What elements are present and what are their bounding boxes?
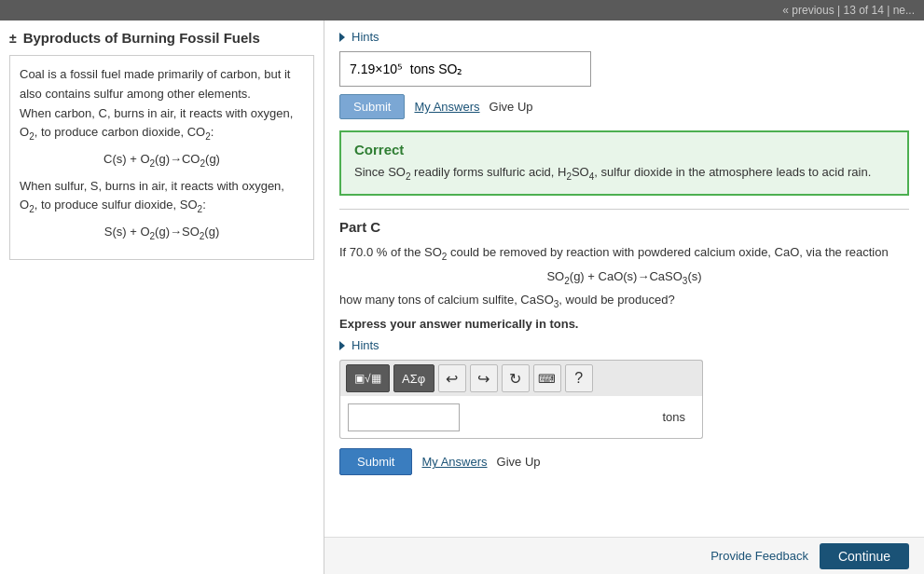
part-c-submit-button[interactable]: Submit xyxy=(339,448,412,475)
redo-button[interactable]: ↪ xyxy=(470,364,498,392)
page-footer: Provide Feedback Continue xyxy=(324,537,924,574)
undo-button[interactable]: ↩ xyxy=(438,364,466,392)
sidebar-eq2: S(s) + O2(g)→SO2(g) xyxy=(20,223,304,244)
hints-chevron-c-icon xyxy=(339,341,345,350)
part-c-text2: how many tons of calcium sulfite, CaSO3,… xyxy=(339,290,909,312)
hints-label-c: Hints xyxy=(352,338,379,352)
part-c-label: Part C xyxy=(339,219,909,235)
refresh-button[interactable]: ↻ xyxy=(502,364,530,392)
hints-link-part-b[interactable]: Hints xyxy=(339,30,909,44)
sidebar-para1: Coal is a fossil fuel made primarily of … xyxy=(20,65,304,144)
correct-title: Correct xyxy=(354,142,894,157)
math-toolbar: ▣√▦ ΑΣφ ↩ ↪ ↻ ⌨ ? xyxy=(339,360,703,396)
part-c-buttons-row: Submit My Answers Give Up xyxy=(339,448,909,475)
part-b-my-answers-button[interactable]: My Answers xyxy=(414,100,479,114)
sidebar-title: ± Byproducts of Burning Fossil Fuels xyxy=(9,30,314,46)
provide-feedback-link[interactable]: Provide Feedback xyxy=(710,549,808,563)
part-b-answer-row xyxy=(339,51,909,87)
part-c-answer-input[interactable] xyxy=(348,403,460,431)
part-c-equation: SO2(g) + CaO(s)→CaSO3(s) xyxy=(339,269,909,286)
correct-text: Since SO2 readily forms sulfuric acid, H… xyxy=(354,163,894,184)
hints-label-b: Hints xyxy=(352,30,379,44)
part-c-unit-label: tons xyxy=(662,410,685,424)
hints-link-part-c[interactable]: Hints xyxy=(339,338,909,352)
main-content: Hints Submit My Answers Give Up Correct … xyxy=(324,20,924,574)
part-c-text1: If 70.0 % of the SO2 could be removed by… xyxy=(339,242,909,265)
correct-feedback-box: Correct Since SO2 readily forms sulfuric… xyxy=(339,130,909,196)
math-formula-icon: ▣√▦ xyxy=(354,372,381,385)
keyboard-button[interactable]: ⌨ xyxy=(533,364,561,392)
express-answer-label: Express your answer numerically in tons. xyxy=(339,317,909,331)
nav-text: « previous | 13 of 14 | ne... xyxy=(782,4,915,17)
part-b-answer-input[interactable] xyxy=(339,51,591,87)
top-navigation-bar: « previous | 13 of 14 | ne... xyxy=(0,0,924,20)
part-b-submit-button[interactable]: Submit xyxy=(339,94,405,119)
sidebar-content-box: Coal is a fossil fuel made primarily of … xyxy=(9,55,314,260)
part-b-give-up-button[interactable]: Give Up xyxy=(490,100,533,114)
math-symbols-icon: ΑΣφ xyxy=(402,372,425,386)
sidebar-eq1: C(s) + O2(g)→CO2(g) xyxy=(20,150,304,171)
sidebar-para2: When sulfur, S, burns in air, it reacts … xyxy=(20,177,304,217)
part-c-my-answers-button[interactable]: My Answers xyxy=(421,455,487,469)
sidebar: ± Byproducts of Burning Fossil Fuels Coa… xyxy=(0,20,324,574)
math-formula-button[interactable]: ▣√▦ xyxy=(346,364,390,392)
math-input-area: tons xyxy=(339,396,703,439)
math-symbols-button[interactable]: ΑΣφ xyxy=(393,364,434,392)
pm-icon: ± xyxy=(9,31,17,46)
help-button[interactable]: ? xyxy=(565,364,593,392)
part-c-give-up-button[interactable]: Give Up xyxy=(497,455,541,469)
continue-button[interactable]: Continue xyxy=(820,543,909,569)
section-divider xyxy=(339,209,909,210)
hints-chevron-icon xyxy=(339,33,345,42)
